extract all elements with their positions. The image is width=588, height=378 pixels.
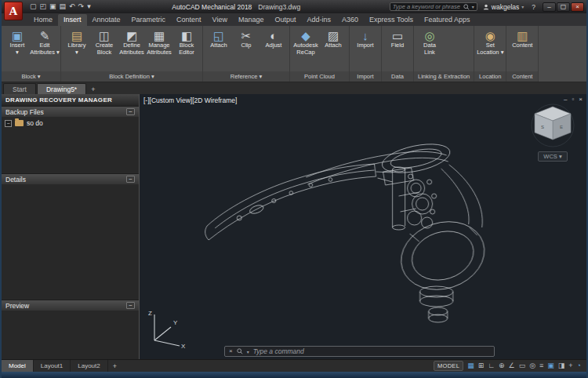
panel-label-point-cloud[interactable]: Point Cloud: [290, 71, 349, 82]
viewcube-icon[interactable]: S E: [525, 102, 580, 151]
backup-files-header[interactable]: Backup Files −: [2, 106, 139, 117]
grid-icon[interactable]: ▦: [467, 362, 474, 369]
tree-item-so-do[interactable]: − so do: [5, 119, 136, 127]
new-file-icon[interactable]: ▢: [30, 3, 37, 10]
tab-featured-apps[interactable]: Featured Apps: [419, 14, 476, 26]
tab-insert[interactable]: Insert: [58, 14, 87, 26]
doc-restore-icon[interactable]: ▫: [572, 96, 574, 103]
collapse-icon[interactable]: −: [126, 176, 135, 183]
panel-label-location[interactable]: Location: [474, 71, 506, 82]
panel-label-import[interactable]: Import: [350, 71, 381, 82]
isodraft-icon[interactable]: ∠: [509, 362, 515, 369]
tab-express-tools[interactable]: Express Tools: [364, 14, 419, 26]
autocad-app-menu-icon[interactable]: A: [4, 2, 23, 20]
search-icon[interactable]: [463, 4, 470, 10]
transparency-icon[interactable]: ≡: [539, 362, 543, 369]
minimize-button[interactable]: –: [543, 2, 556, 12]
object-snap-icon[interactable]: ▭: [519, 362, 526, 369]
redo-icon[interactable]: ↷: [78, 3, 85, 10]
undo-icon[interactable]: ↶: [69, 3, 75, 10]
content-button[interactable]: ▥ Content: [509, 28, 535, 49]
viewcube[interactable]: S E WCS ▾: [525, 102, 580, 162]
doc-minimize-icon[interactable]: –: [564, 96, 567, 103]
adjust-button[interactable]: ◐ Adjust: [260, 28, 287, 49]
library-button[interactable]: ▤ Library ▾: [64, 28, 90, 56]
panel-label-data[interactable]: Data: [382, 71, 413, 82]
model-space-button[interactable]: MODEL: [434, 361, 463, 371]
collapse-icon[interactable]: −: [126, 108, 135, 115]
model-viewport[interactable]: [-][Custom View][2D Wireframe] – ▫ ×: [140, 94, 586, 359]
autodesk-recap-button[interactable]: ◆ Autodesk ReCap: [292, 28, 319, 56]
attach-reference-button[interactable]: ◱ Attach: [205, 28, 232, 49]
command-close-icon[interactable]: ×: [229, 348, 233, 354]
field-button[interactable]: ▭ Field: [384, 28, 411, 49]
tab-content[interactable]: Content: [171, 14, 207, 26]
command-search-icon[interactable]: [237, 348, 243, 354]
user-dropdown-icon[interactable]: ▾: [521, 4, 524, 9]
preview-header[interactable]: Preview −: [2, 300, 139, 311]
open-file-icon[interactable]: ◰: [40, 3, 47, 10]
tree-expander-icon[interactable]: −: [5, 120, 12, 127]
command-line[interactable]: × ▾ Type a command: [224, 346, 495, 357]
tab-home[interactable]: Home: [28, 14, 58, 26]
define-attributes-button[interactable]: ◩ Define Attributes: [118, 28, 145, 56]
tab-a360[interactable]: A360: [336, 14, 364, 26]
tab-output[interactable]: Output: [270, 14, 302, 26]
close-button[interactable]: ×: [571, 2, 584, 12]
tab-parametric[interactable]: Parametric: [126, 14, 172, 26]
help-search-box[interactable]: Type a keyword or phrase ▾: [390, 2, 477, 11]
file-tab-start[interactable]: Start: [3, 83, 36, 94]
block-editor-button[interactable]: ◧ Block Editor: [173, 28, 200, 56]
help-icon[interactable]: ?: [532, 3, 535, 11]
panel-label-block[interactable]: Block ▾: [2, 71, 60, 82]
panel-label-linking-extraction[interactable]: Linking & Extraction: [414, 71, 474, 82]
command-dropdown-icon[interactable]: ▾: [247, 349, 249, 354]
import-button[interactable]: ↓ Import: [352, 28, 379, 49]
create-block-button[interactable]: ◫ Create Block: [91, 28, 118, 56]
tab-view[interactable]: View: [207, 14, 233, 26]
panel-label-reference[interactable]: Reference ▾: [203, 71, 289, 82]
manage-attributes-button[interactable]: ▦ Manage Attributes: [146, 28, 172, 56]
details-header[interactable]: Details −: [2, 173, 139, 184]
layout-tab-layout2[interactable]: Layout2: [71, 360, 107, 372]
viewport-controls-label[interactable]: [-][Custom View][2D Wireframe]: [143, 96, 237, 104]
search-dropdown-icon[interactable]: ▾: [472, 4, 474, 9]
new-layout-button[interactable]: +: [108, 362, 122, 370]
file-tab-drawing5[interactable]: Drawing5*: [37, 83, 86, 94]
collapse-icon[interactable]: −: [126, 302, 135, 309]
tab-addins[interactable]: Add-ins: [302, 14, 337, 26]
new-drawing-tab-button[interactable]: +: [87, 85, 99, 94]
maximize-button[interactable]: ▢: [557, 2, 570, 12]
panel-label-content[interactable]: Content: [506, 71, 538, 82]
workspace-switch-icon[interactable]: +: [568, 362, 572, 369]
edit-attributes-button[interactable]: ✎ Edit Attributes ▾: [31, 28, 58, 56]
ortho-icon[interactable]: ∟: [488, 362, 495, 369]
clip-button[interactable]: ✂ Clip: [233, 28, 260, 49]
sign-in-account[interactable]: wakgelas ▾: [483, 3, 524, 11]
panel-label-block-definition[interactable]: Block Definition ▾: [61, 71, 202, 82]
tab-manage[interactable]: Manage: [233, 14, 270, 26]
wcs-dropdown[interactable]: WCS ▾: [538, 151, 567, 162]
drm-title[interactable]: DRAWING RECOVERY MANAGER: [2, 94, 139, 106]
qat-dropdown-icon[interactable]: ▾: [87, 3, 91, 10]
backup-files-tree[interactable]: − so do: [2, 117, 139, 173]
lineweight-icon[interactable]: ◎: [529, 362, 535, 369]
snap-mode-icon[interactable]: ⊞: [478, 362, 485, 369]
viewcube-face-s[interactable]: S: [541, 125, 544, 129]
layout-tab-layout1[interactable]: Layout1: [34, 360, 71, 372]
attach-point-cloud-button[interactable]: ▨ Attach: [320, 28, 347, 49]
insert-block-button[interactable]: ▣ Insert ▾: [4, 28, 31, 56]
layout-tab-model[interactable]: Model: [2, 360, 34, 372]
set-location-button[interactable]: ◉ Set Location ▾: [477, 28, 503, 56]
polar-tracking-icon[interactable]: ⊕: [499, 362, 505, 369]
command-input[interactable]: Type a command: [253, 347, 304, 355]
viewcube-face-e[interactable]: E: [560, 125, 563, 129]
save-icon[interactable]: ▣: [49, 3, 56, 10]
tab-annotate[interactable]: Annotate: [87, 14, 126, 26]
data-link-button[interactable]: ◎ Data Link: [416, 28, 443, 56]
clean-screen-icon[interactable]: ◔: [577, 362, 581, 369]
annotation-scale-icon[interactable]: ◨: [558, 362, 565, 369]
selection-cycling-icon[interactable]: ▣: [547, 362, 554, 369]
doc-close-icon[interactable]: ×: [579, 96, 583, 103]
plot-icon[interactable]: ▤: [60, 3, 67, 10]
